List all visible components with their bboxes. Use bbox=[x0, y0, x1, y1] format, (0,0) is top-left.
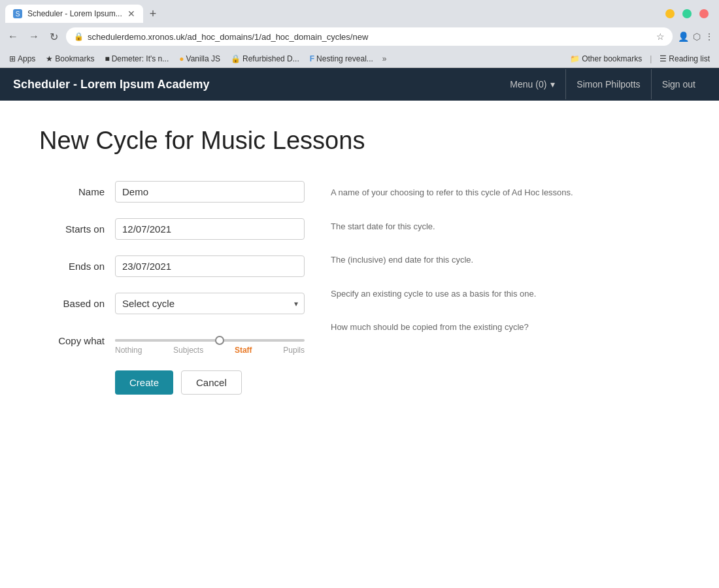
slider-label-subjects: Subjects bbox=[173, 346, 203, 355]
starts-on-row: Starts on bbox=[39, 218, 305, 240]
based-on-help-text: Specify an existing cycle to use as a ba… bbox=[331, 282, 680, 301]
bookmarks-bar: ⊞ Apps ★ Bookmarks ■ Demeter: It's n... … bbox=[0, 50, 719, 68]
bookmark-icon[interactable]: ☆ bbox=[656, 31, 665, 42]
copy-what-row: Copy what Nothing Subjects Staff Pupils bbox=[39, 330, 305, 355]
refurbished-icon: 🔒 bbox=[231, 54, 241, 63]
name-help-text: A name of your choosing to refer to this… bbox=[331, 181, 680, 199]
more-icon[interactable]: ⋮ bbox=[705, 31, 714, 42]
lock-icon: 🔒 bbox=[74, 32, 84, 41]
bookmark-vanilla[interactable]: ● Vanilla JS bbox=[175, 53, 224, 65]
active-tab[interactable]: S Scheduler - Lorem Ipsum... ✕ bbox=[5, 5, 143, 23]
address-text: schedulerdemo.xronos.uk/ad_hoc_domains/1… bbox=[88, 32, 652, 42]
slider-thumb[interactable] bbox=[215, 336, 224, 345]
window-controls: − □ ✕ bbox=[660, 7, 714, 21]
demeter-icon: ■ bbox=[105, 54, 109, 63]
based-on-row: Based on Select cycle ▾ bbox=[39, 293, 305, 314]
star-icon: ★ bbox=[46, 54, 53, 63]
ends-on-label: Ends on bbox=[39, 255, 105, 272]
slider-track bbox=[115, 339, 305, 342]
copy-what-slider-wrapper: Nothing Subjects Staff Pupils bbox=[115, 330, 305, 355]
bookmark-other[interactable]: 📁 Other bookmarks bbox=[566, 53, 646, 65]
form-container: Name Starts on Ends on Based on bbox=[39, 181, 680, 395]
bookmark-demeter-label: Demeter: It's n... bbox=[112, 54, 169, 63]
bookmark-apps-label: Apps bbox=[18, 54, 35, 63]
menu-label: Menu (0) bbox=[510, 79, 546, 90]
cancel-button[interactable]: Cancel bbox=[181, 370, 242, 395]
name-label: Name bbox=[39, 181, 105, 197]
bookmark-reading[interactable]: ☰ Reading list bbox=[656, 53, 714, 65]
address-bar[interactable]: 🔒 schedulerdemo.xronos.uk/ad_hoc_domains… bbox=[66, 27, 673, 46]
starts-on-label: Starts on bbox=[39, 218, 105, 235]
bookmark-other-label: Other bookmarks bbox=[582, 54, 642, 63]
create-button[interactable]: Create bbox=[115, 370, 173, 395]
tab-favicon: S bbox=[13, 9, 22, 18]
reading-icon: ☰ bbox=[660, 54, 667, 63]
ends-on-row: Ends on bbox=[39, 255, 305, 277]
vanilla-icon: ● bbox=[179, 54, 184, 63]
bookmark-bookmarks-label: Bookmarks bbox=[55, 54, 94, 63]
bookmarks-more-button[interactable]: » bbox=[380, 53, 390, 65]
address-bar-row: ← → ↻ 🔒 schedulerdemo.xronos.uk/ad_hoc_d… bbox=[0, 24, 719, 50]
minimize-button[interactable]: − bbox=[665, 9, 675, 18]
nesting-icon: F bbox=[310, 54, 314, 63]
ends-on-help-text: The (inclusive) end date for this cycle. bbox=[331, 248, 680, 267]
apps-icon: ⊞ bbox=[9, 54, 16, 63]
bookmark-apps[interactable]: ⊞ Apps bbox=[5, 53, 39, 65]
close-button[interactable]: ✕ bbox=[699, 9, 709, 18]
page-title: New Cycle for Music Lessons bbox=[39, 127, 680, 155]
starts-on-help-text: The start date for this cycle. bbox=[331, 215, 680, 233]
app-title: Scheduler - Lorem Ipsum Academy bbox=[13, 78, 499, 91]
bookmark-nesting[interactable]: F Nesting reveal... bbox=[306, 53, 377, 65]
app-header: Scheduler - Lorem Ipsum Academy Menu (0)… bbox=[0, 68, 719, 101]
bookmark-bookmarks[interactable]: ★ Bookmarks bbox=[42, 53, 98, 65]
bm-separator: | bbox=[650, 54, 652, 63]
bookmark-reading-label: Reading list bbox=[669, 54, 710, 63]
copy-what-help-text: How much should be copied from the exist… bbox=[331, 316, 680, 334]
name-row: Name bbox=[39, 181, 305, 203]
form-help: A name of your choosing to refer to this… bbox=[331, 181, 680, 395]
profile-icon[interactable]: 👤 bbox=[678, 31, 689, 42]
ends-on-input[interactable] bbox=[115, 255, 305, 277]
copy-what-label: Copy what bbox=[39, 330, 105, 346]
signout-button[interactable]: Sign out bbox=[651, 69, 706, 99]
browser-window: S Scheduler - Lorem Ipsum... ✕ + − □ ✕ ←… bbox=[0, 0, 719, 421]
bookmark-nesting-label: Nesting reveal... bbox=[316, 54, 373, 63]
slider-labels: Nothing Subjects Staff Pupils bbox=[115, 346, 305, 355]
back-button[interactable]: ← bbox=[5, 28, 21, 45]
bookmark-demeter[interactable]: ■ Demeter: It's n... bbox=[101, 53, 173, 65]
slider-fill bbox=[115, 339, 220, 342]
header-nav: Menu (0) ▾ Simon Philpotts Sign out bbox=[499, 69, 706, 99]
based-on-label: Based on bbox=[39, 293, 105, 309]
slider-label-staff: Staff bbox=[235, 346, 252, 355]
reload-button[interactable]: ↻ bbox=[47, 28, 61, 46]
form-fields: Name Starts on Ends on Based on bbox=[39, 181, 305, 395]
forward-button[interactable]: → bbox=[26, 28, 42, 45]
based-on-select[interactable]: Select cycle bbox=[115, 293, 305, 314]
menu-chevron-icon: ▾ bbox=[550, 79, 555, 90]
new-tab-button[interactable]: + bbox=[146, 6, 161, 22]
form-actions: Create Cancel bbox=[115, 370, 305, 395]
maximize-button[interactable]: □ bbox=[682, 9, 692, 18]
starts-on-input[interactable] bbox=[115, 218, 305, 240]
tab-close-icon[interactable]: ✕ bbox=[127, 8, 135, 19]
folder-icon: 📁 bbox=[570, 54, 580, 63]
menu-button[interactable]: Menu (0) ▾ bbox=[499, 69, 565, 99]
slider-label-pupils: Pupils bbox=[283, 346, 305, 355]
user-name: Simon Philpotts bbox=[565, 69, 650, 99]
based-on-select-wrapper: Select cycle ▾ bbox=[115, 293, 305, 314]
bookmark-refurbished-label: Refurbished D... bbox=[242, 54, 299, 63]
bookmark-vanilla-label: Vanilla JS bbox=[186, 54, 220, 63]
bookmark-refurbished[interactable]: 🔒 Refurbished D... bbox=[227, 53, 303, 65]
tab-bar: S Scheduler - Lorem Ipsum... ✕ + − □ ✕ bbox=[0, 0, 719, 24]
main-content: New Cycle for Music Lessons Name Starts … bbox=[0, 101, 719, 421]
extensions-icon[interactable]: ⬡ bbox=[693, 31, 701, 42]
tab-title: Scheduler - Lorem Ipsum... bbox=[27, 9, 122, 18]
slider-label-nothing: Nothing bbox=[115, 346, 142, 355]
browser-action-icons: 👤 ⬡ ⋮ bbox=[678, 31, 714, 42]
name-input[interactable] bbox=[115, 181, 305, 203]
